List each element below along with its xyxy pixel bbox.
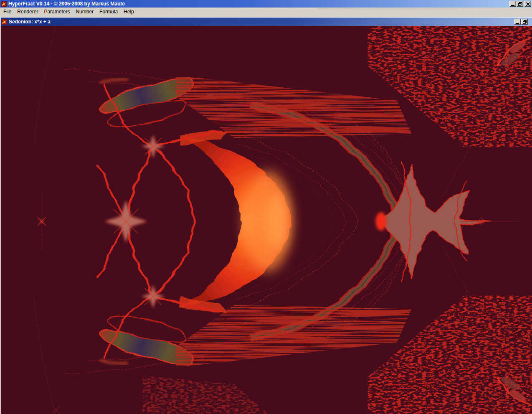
- menu-item-renderer[interactable]: Renderer: [15, 8, 41, 16]
- child-minimize-button[interactable]: [514, 19, 521, 25]
- menu-item-file[interactable]: File: [1, 8, 15, 16]
- window-titlebar: HyperFract V0.14 - © 2005-2008 by Markus…: [0, 0, 532, 8]
- minimize-button[interactable]: [509, 1, 516, 7]
- window-title: HyperFract V0.14 - © 2005-2008 by Markus…: [8, 0, 509, 8]
- hyperfract-window: { "window": { "title": "HyperFract V0.14…: [0, 0, 532, 414]
- child-window-title: Sedenion: x*x + a: [9, 18, 514, 26]
- fractal-canvas[interactable]: [1, 26, 532, 414]
- close-button[interactable]: [524, 1, 531, 7]
- window-controls: [509, 1, 531, 7]
- child-window-titlebar: Sedenion: x*x + a: [0, 18, 532, 26]
- child-restore-button[interactable]: [521, 19, 528, 25]
- restore-button[interactable]: [517, 1, 523, 7]
- menu-item-help[interactable]: Help: [121, 8, 137, 16]
- close-icon: [526, 2, 530, 6]
- app-icon: [1, 1, 7, 7]
- minimize-icon: [516, 23, 519, 24]
- fractal-canvas-area: [0, 26, 532, 414]
- menu-item-formula[interactable]: Formula: [97, 8, 121, 16]
- menu-item-number[interactable]: Number: [73, 8, 97, 16]
- menu-item-parameters[interactable]: Parameters: [41, 8, 73, 16]
- restore-icon: [518, 2, 522, 6]
- child-window-controls: [514, 19, 528, 25]
- child-window-icon: [2, 19, 7, 25]
- menubar: File Renderer Parameters Number Formula …: [0, 8, 532, 16]
- restore-icon: [523, 20, 527, 24]
- minimize-icon: [511, 5, 514, 6]
